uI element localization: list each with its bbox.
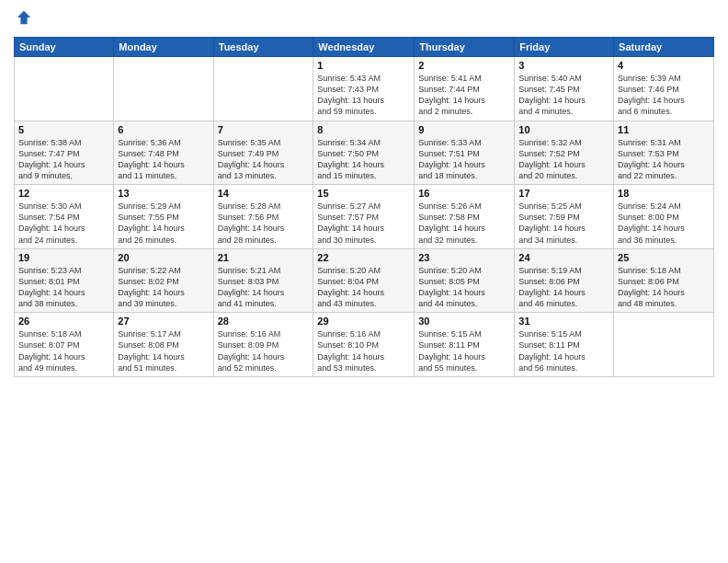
- table-row: 3Sunrise: 5:40 AM Sunset: 7:45 PM Daylig…: [515, 57, 614, 121]
- day-info: Sunrise: 5:39 AM Sunset: 7:46 PM Dayligh…: [618, 73, 710, 118]
- table-row: 28Sunrise: 5:16 AM Sunset: 8:09 PM Dayli…: [213, 313, 313, 377]
- day-info: Sunrise: 5:15 AM Sunset: 8:11 PM Dayligh…: [418, 328, 510, 373]
- day-number: 12: [18, 188, 109, 199]
- day-number: 18: [618, 188, 710, 199]
- calendar-day-header: Monday: [114, 38, 213, 57]
- day-number: 4: [618, 60, 710, 71]
- table-row: 22Sunrise: 5:20 AM Sunset: 8:04 PM Dayli…: [313, 248, 415, 313]
- day-info: Sunrise: 5:29 AM Sunset: 7:55 PM Dayligh…: [118, 201, 209, 246]
- day-info: Sunrise: 5:35 AM Sunset: 7:49 PM Dayligh…: [218, 137, 310, 182]
- table-row: 13Sunrise: 5:29 AM Sunset: 7:55 PM Dayli…: [114, 185, 213, 249]
- table-row: 9Sunrise: 5:33 AM Sunset: 7:51 PM Daylig…: [415, 121, 515, 185]
- table-row: 2Sunrise: 5:41 AM Sunset: 7:44 PM Daylig…: [415, 57, 515, 121]
- calendar-week-row: 26Sunrise: 5:18 AM Sunset: 8:07 PM Dayli…: [15, 313, 714, 377]
- calendar-week-row: 1Sunrise: 5:43 AM Sunset: 7:43 PM Daylig…: [15, 57, 714, 121]
- table-row: 1Sunrise: 5:43 AM Sunset: 7:43 PM Daylig…: [313, 57, 415, 121]
- day-number: 21: [218, 252, 310, 263]
- day-info: Sunrise: 5:24 AM Sunset: 8:00 PM Dayligh…: [618, 201, 710, 246]
- day-info: Sunrise: 5:15 AM Sunset: 8:11 PM Dayligh…: [518, 328, 609, 373]
- table-row: [614, 313, 714, 377]
- day-info: Sunrise: 5:31 AM Sunset: 7:53 PM Dayligh…: [618, 137, 710, 182]
- table-row: 11Sunrise: 5:31 AM Sunset: 7:53 PM Dayli…: [614, 121, 714, 185]
- table-row: 20Sunrise: 5:22 AM Sunset: 8:02 PM Dayli…: [114, 248, 213, 313]
- day-number: 14: [218, 188, 310, 199]
- svg-marker-0: [17, 11, 30, 24]
- day-info: Sunrise: 5:26 AM Sunset: 7:58 PM Dayligh…: [418, 201, 510, 246]
- table-row: 16Sunrise: 5:26 AM Sunset: 7:58 PM Dayli…: [415, 185, 515, 249]
- table-row: [213, 57, 313, 121]
- table-row: [15, 57, 114, 121]
- table-row: 26Sunrise: 5:18 AM Sunset: 8:07 PM Dayli…: [15, 313, 114, 377]
- day-info: Sunrise: 5:38 AM Sunset: 7:47 PM Dayligh…: [18, 137, 109, 182]
- day-info: Sunrise: 5:17 AM Sunset: 8:08 PM Dayligh…: [118, 328, 209, 373]
- table-row: 31Sunrise: 5:15 AM Sunset: 8:11 PM Dayli…: [515, 313, 614, 377]
- day-info: Sunrise: 5:23 AM Sunset: 8:01 PM Dayligh…: [18, 265, 109, 310]
- day-info: Sunrise: 5:20 AM Sunset: 8:04 PM Dayligh…: [317, 265, 410, 310]
- table-row: 24Sunrise: 5:19 AM Sunset: 8:06 PM Dayli…: [515, 248, 614, 313]
- day-number: 20: [118, 252, 209, 263]
- calendar-week-row: 19Sunrise: 5:23 AM Sunset: 8:01 PM Dayli…: [15, 248, 714, 313]
- day-number: 5: [18, 124, 109, 135]
- day-number: 29: [317, 316, 410, 327]
- table-row: 19Sunrise: 5:23 AM Sunset: 8:01 PM Dayli…: [15, 248, 114, 313]
- day-number: 10: [518, 124, 609, 135]
- day-number: 31: [518, 316, 609, 327]
- day-info: Sunrise: 5:28 AM Sunset: 7:56 PM Dayligh…: [218, 201, 310, 246]
- calendar-week-row: 5Sunrise: 5:38 AM Sunset: 7:47 PM Daylig…: [15, 121, 714, 185]
- day-info: Sunrise: 5:18 AM Sunset: 8:06 PM Dayligh…: [618, 265, 710, 310]
- day-info: Sunrise: 5:19 AM Sunset: 8:06 PM Dayligh…: [518, 265, 609, 310]
- header: [14, 9, 714, 29]
- day-info: Sunrise: 5:21 AM Sunset: 8:03 PM Dayligh…: [218, 265, 310, 310]
- day-number: 11: [618, 124, 710, 135]
- day-number: 26: [18, 316, 109, 327]
- day-info: Sunrise: 5:34 AM Sunset: 7:50 PM Dayligh…: [317, 137, 410, 182]
- day-info: Sunrise: 5:41 AM Sunset: 7:44 PM Dayligh…: [418, 73, 510, 118]
- table-row: 21Sunrise: 5:21 AM Sunset: 8:03 PM Dayli…: [213, 248, 313, 313]
- day-number: 23: [418, 252, 510, 263]
- calendar-day-header: Thursday: [415, 38, 515, 57]
- day-info: Sunrise: 5:36 AM Sunset: 7:48 PM Dayligh…: [118, 137, 209, 182]
- table-row: 7Sunrise: 5:35 AM Sunset: 7:49 PM Daylig…: [213, 121, 313, 185]
- page: SundayMondayTuesdayWednesdayThursdayFrid…: [0, 0, 728, 563]
- day-info: Sunrise: 5:33 AM Sunset: 7:51 PM Dayligh…: [418, 137, 510, 182]
- day-info: Sunrise: 5:27 AM Sunset: 7:57 PM Dayligh…: [317, 201, 410, 246]
- day-info: Sunrise: 5:16 AM Sunset: 8:10 PM Dayligh…: [317, 328, 410, 373]
- day-number: 24: [518, 252, 609, 263]
- table-row: 15Sunrise: 5:27 AM Sunset: 7:57 PM Dayli…: [313, 185, 415, 249]
- table-row: 23Sunrise: 5:20 AM Sunset: 8:05 PM Dayli…: [415, 248, 515, 313]
- day-number: 30: [418, 316, 510, 327]
- day-number: 19: [18, 252, 109, 263]
- table-row: 14Sunrise: 5:28 AM Sunset: 7:56 PM Dayli…: [213, 185, 313, 249]
- table-row: 10Sunrise: 5:32 AM Sunset: 7:52 PM Dayli…: [515, 121, 614, 185]
- day-number: 1: [317, 60, 410, 71]
- day-info: Sunrise: 5:18 AM Sunset: 8:07 PM Dayligh…: [18, 328, 109, 373]
- table-row: 27Sunrise: 5:17 AM Sunset: 8:08 PM Dayli…: [114, 313, 213, 377]
- table-row: 8Sunrise: 5:34 AM Sunset: 7:50 PM Daylig…: [313, 121, 415, 185]
- day-number: 25: [618, 252, 710, 263]
- day-number: 7: [218, 124, 310, 135]
- day-number: 27: [118, 316, 209, 327]
- calendar-day-header: Friday: [515, 38, 614, 57]
- calendar-day-header: Sunday: [15, 38, 114, 57]
- day-info: Sunrise: 5:40 AM Sunset: 7:45 PM Dayligh…: [518, 73, 609, 118]
- day-number: 8: [317, 124, 410, 135]
- day-number: 2: [418, 60, 510, 71]
- day-number: 3: [518, 60, 609, 71]
- table-row: 5Sunrise: 5:38 AM Sunset: 7:47 PM Daylig…: [15, 121, 114, 185]
- day-info: Sunrise: 5:32 AM Sunset: 7:52 PM Dayligh…: [518, 137, 609, 182]
- day-number: 15: [317, 188, 410, 199]
- logo: [14, 9, 32, 29]
- day-number: 13: [118, 188, 209, 199]
- day-number: 9: [418, 124, 510, 135]
- calendar-day-header: Tuesday: [213, 38, 313, 57]
- day-number: 28: [218, 316, 310, 327]
- table-row: 12Sunrise: 5:30 AM Sunset: 7:54 PM Dayli…: [15, 185, 114, 249]
- table-row: 6Sunrise: 5:36 AM Sunset: 7:48 PM Daylig…: [114, 121, 213, 185]
- logo-icon: [16, 9, 32, 26]
- calendar-header-row: SundayMondayTuesdayWednesdayThursdayFrid…: [15, 38, 714, 57]
- calendar-day-header: Saturday: [614, 38, 714, 57]
- calendar-week-row: 12Sunrise: 5:30 AM Sunset: 7:54 PM Dayli…: [15, 185, 714, 249]
- day-info: Sunrise: 5:43 AM Sunset: 7:43 PM Dayligh…: [317, 73, 410, 118]
- calendar: SundayMondayTuesdayWednesdayThursdayFrid…: [14, 37, 714, 377]
- day-number: 22: [317, 252, 410, 263]
